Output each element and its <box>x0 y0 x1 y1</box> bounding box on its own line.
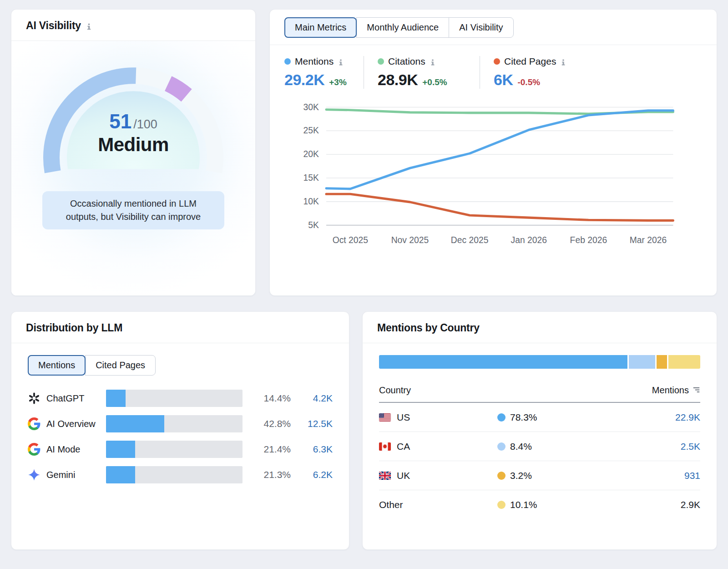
metric-value: 6K <box>494 71 513 89</box>
info-icon[interactable] <box>338 59 344 66</box>
gauge-rating-label: Medium <box>11 134 255 156</box>
llm-label: AI Overview <box>46 419 96 429</box>
llm-row-gemini: Gemini 21.3% 6.2K <box>28 462 333 488</box>
metric-dot <box>494 58 500 65</box>
metric-citations: Citations 28.9K +0.5% <box>378 56 480 89</box>
google-logo-icon <box>28 443 40 456</box>
gauge-score-value: 51 <box>109 110 131 132</box>
mentions-column-header[interactable]: Mentions <box>652 385 700 396</box>
llm-percent: 21.4% <box>243 444 293 455</box>
svg-text:25K: 25K <box>303 126 318 135</box>
llm-value-link[interactable]: 6.3K <box>293 444 333 455</box>
info-icon[interactable] <box>86 23 92 30</box>
stacked-segment-uk <box>657 355 667 369</box>
country-color-dot <box>497 413 506 422</box>
mentions-by-country-card: Mentions by Country Country Mentions US <box>362 311 717 550</box>
line-mentions <box>326 111 673 189</box>
metric-delta: -0.5% <box>517 77 540 87</box>
metric-name: Cited Pages <box>504 56 556 67</box>
metric-dot <box>378 58 384 65</box>
country-mentions-value[interactable]: 2.5K <box>641 441 700 452</box>
tab-main-metrics[interactable]: Main Metrics <box>284 17 357 38</box>
llm-card-title: Distribution by LLM <box>26 322 122 334</box>
llm-value-link[interactable]: 6.2K <box>293 469 333 480</box>
llm-share-bar-fill <box>106 441 135 458</box>
llm-percent: 42.8% <box>243 418 293 429</box>
svg-text:Oct 2025: Oct 2025 <box>333 235 368 245</box>
tab-cited-pages[interactable]: Cited Pages <box>85 355 156 376</box>
svg-text:Dec 2025: Dec 2025 <box>451 235 489 245</box>
llm-share-bar <box>106 415 243 432</box>
metric-value: 29.2K <box>284 71 324 89</box>
country-mentions-value: 2.9K <box>641 499 700 510</box>
trend-chart: 5K10K15K20K25K30K Oct 2025Nov 2025Dec 20… <box>270 91 717 295</box>
svg-text:Nov 2025: Nov 2025 <box>391 235 429 245</box>
metric-mentions: Mentions 29.2K +3% <box>284 56 364 89</box>
svg-text:10K: 10K <box>303 197 318 206</box>
country-column-header: Country <box>379 385 411 396</box>
country-rows-list: US 78.3% 22.9K CA 8.4% 2.5K UK <box>379 403 700 519</box>
llm-tab-group: Mentions Cited Pages <box>28 355 156 376</box>
tab-ai-visibility[interactable]: AI Visibility <box>449 17 513 38</box>
llm-rows-list: ChatGPT 14.4% 4.2K AI Overview 42.8% 12.… <box>28 386 333 488</box>
country-share-stacked-bar <box>379 355 700 369</box>
llm-percent: 14.4% <box>243 393 293 404</box>
tab-mentions[interactable]: Mentions <box>28 355 86 376</box>
metric-name: Mentions <box>295 56 334 67</box>
country-percent: 3.2% <box>510 470 532 481</box>
country-mentions-value[interactable]: 931 <box>641 470 700 481</box>
ai-visibility-card: AI Visibility <box>11 9 256 296</box>
chart-gridlines <box>326 107 673 225</box>
gauge-description-note: Occasionally mentioned in LLM outputs, b… <box>42 191 224 229</box>
metric-name: Citations <box>388 56 425 67</box>
svg-text:20K: 20K <box>303 149 318 159</box>
llm-row-ai-mode: AI Mode 21.4% 6.3K <box>28 437 333 462</box>
visibility-gauge: 51/100 Medium Occasionally mentioned in … <box>11 41 255 295</box>
chatgpt-logo-icon <box>28 392 40 405</box>
country-name: Other <box>379 499 403 510</box>
svg-text:15K: 15K <box>303 173 318 183</box>
ca-flag-icon <box>379 442 391 451</box>
distribution-by-llm-card: Distribution by LLM Mentions Cited Pages… <box>11 311 349 550</box>
country-name: US <box>397 412 410 423</box>
info-icon[interactable] <box>430 59 436 66</box>
trend-chart-svg: 5K10K15K20K25K30K Oct 2025Nov 2025Dec 20… <box>270 93 717 253</box>
chart-series-lines <box>326 110 673 221</box>
svg-text:5K: 5K <box>308 220 319 230</box>
country-row-other: Other 10.1% 2.9K <box>379 490 700 519</box>
chart-y-axis-labels: 5K10K15K20K25K30K <box>303 102 318 230</box>
metric-dot <box>284 58 291 65</box>
llm-share-bar-fill <box>106 415 164 432</box>
country-percent: 78.3% <box>510 412 537 423</box>
svg-text:30K: 30K <box>303 102 318 112</box>
info-icon[interactable] <box>560 59 566 66</box>
llm-share-bar-fill <box>106 390 126 407</box>
country-mentions-value[interactable]: 22.9K <box>641 412 700 423</box>
country-card-title: Mentions by Country <box>377 322 480 334</box>
country-row-uk: UK 3.2% 931 <box>379 461 700 490</box>
llm-row-ai-overview: AI Overview 42.8% 12.5K <box>28 411 333 437</box>
country-row-us: US 78.3% 22.9K <box>379 403 700 432</box>
llm-percent: 21.3% <box>243 469 293 480</box>
llm-value-link[interactable]: 4.2K <box>293 393 333 404</box>
country-row-ca: CA 8.4% 2.5K <box>379 432 700 461</box>
gauge-score-max: /100 <box>133 117 157 131</box>
country-color-dot <box>497 472 506 480</box>
llm-label: ChatGPT <box>46 393 84 404</box>
llm-label: Gemini <box>46 470 75 480</box>
metrics-legend: Mentions 29.2K +3% Citations 28.9K +0.5%… <box>270 45 717 91</box>
main-metrics-card: Main Metrics Monthly Audience AI Visibil… <box>269 9 717 296</box>
llm-share-bar-fill <box>106 466 135 483</box>
sort-descending-icon[interactable] <box>693 385 700 396</box>
country-name: CA <box>397 441 410 452</box>
llm-value-link[interactable]: 12.5K <box>293 418 333 429</box>
llm-label: AI Mode <box>46 444 80 455</box>
google-logo-icon <box>28 417 40 430</box>
us-flag-icon <box>379 413 391 422</box>
tab-monthly-audience[interactable]: Monthly Audience <box>356 17 449 38</box>
country-color-dot <box>497 501 506 509</box>
country-percent: 10.1% <box>510 499 537 510</box>
llm-share-bar <box>106 466 243 483</box>
metric-cited-pages: Cited Pages 6K -0.5% <box>494 56 566 89</box>
metric-delta: +3% <box>329 77 347 87</box>
